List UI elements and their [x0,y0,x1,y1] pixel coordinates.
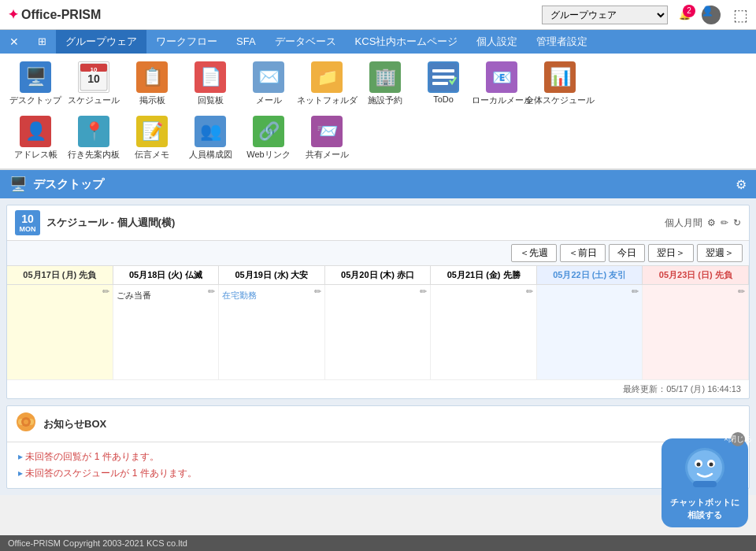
cal-edit-tue[interactable]: ✏ [208,287,215,297]
app-icon-mail[interactable]: ✉️ メール [241,58,296,109]
desktop-title: デスクトップ [33,177,104,192]
app-icon-schedule[interactable]: 10 10 スケジュール [66,58,121,109]
mail-icon: ✉️ [253,61,284,93]
schedule-settings-icon[interactable]: ⚙ [707,217,716,228]
info-item-0[interactable]: 未回答の回覧が 1 件あります。 [18,449,738,465]
calendar-grid: 05月17日 (月) 先負 05月18日 (火) 仏滅 05月19日 (水) 大… [7,266,749,379]
bulletin-label: 掲示板 [139,94,165,106]
shared-mail-icon: 📨 [311,116,343,147]
cal-edit-wed[interactable]: ✏ [314,287,321,297]
app-icon-facility[interactable]: 🏢 施設予約 [358,58,413,109]
cal-edit-thu[interactable]: ✏ [420,287,427,297]
search-select[interactable]: グループウェア [542,6,668,24]
weblink-icon: 🔗 [253,116,284,147]
app-icon-todo[interactable]: ToDo [416,58,471,107]
info-item-1[interactable]: 未回答のスケジュールが 1 件あります。 [18,465,738,482]
prev-day-btn[interactable]: ＜前日 [560,244,606,262]
svg-point-12 [24,420,28,424]
app-icon-all-schedule[interactable]: 📊 全体スケジュール [532,58,587,109]
next-week-btn[interactable]: 翌週＞ [697,244,743,262]
nav-item-personal[interactable]: 個人設定 [467,30,527,54]
monitor-icon: 🖥️ [9,176,27,193]
nav-item-groupware[interactable]: グループウェア [56,30,146,54]
info-items: 未回答の回覧が 1 件あります。 未回答のスケジュールが 1 件あります。 [7,442,749,488]
schedule-title: スケジュール - 個人週間(横) [46,216,175,230]
chatbot-text: チャットボットに相談する [668,497,742,521]
bell-badge: 2 [683,5,695,17]
cal-header-fri: 05月21日 (金) 先勝 [431,266,537,285]
svg-rect-7 [432,82,448,85]
info-box: お知らせBOX 未回答の回覧が 1 件あります。 未回答のスケジュールが 1 件… [6,405,750,489]
app-icon-weblink[interactable]: 🔗 Webリンク [241,113,296,164]
shared-mail-label: 共有メール [306,149,349,161]
navbar-grid[interactable]: ⊞ [28,30,56,54]
cal-edit-sat[interactable]: ✏ [632,287,639,297]
chatbot[interactable]: ×閉じる チャットボットに相談する [662,438,748,527]
calendar-header-row: 05月17日 (月) 先負 05月18日 (火) 仏滅 05月19日 (水) 大… [7,266,749,285]
cal-header-sat: 05月22日 (土) 友引 [537,266,643,285]
bulletin-icon: 📋 [136,61,168,93]
info-box-header: お知らせBOX [7,406,749,442]
app-icon-shared-mail[interactable]: 📨 共有メール [299,113,354,164]
facility-label: 施設予約 [368,94,402,106]
bell-button[interactable]: 🔔 2 [679,9,691,20]
next-day-btn[interactable]: 翌日＞ [648,244,694,262]
app-icon-bulletin[interactable]: 📋 掲示板 [124,58,180,109]
address-label: アドレス帳 [14,149,57,161]
nav-item-workflow[interactable]: ワークフロー [146,30,227,54]
navbar-close[interactable]: ✕ [0,30,28,54]
cal-header-tue: 05月18日 (火) 仏滅 [113,266,220,285]
all-schedule-label: 全体スケジュール [525,94,595,106]
app-icon-memo[interactable]: 📝 伝言メモ [124,113,180,164]
org-icon: 👥 [195,116,226,147]
cal-cell-sat: ✏ [537,285,643,379]
cal-edit-mon[interactable]: ✏ [102,287,109,297]
logo: ✦Office-PRISM [8,7,101,22]
nav-item-admin[interactable]: 管理者設定 [527,30,597,54]
nav-item-kcs[interactable]: KCS社内ホームページ [346,30,468,54]
desktop-icon: 🖥️ [20,61,51,93]
footer-text: Office-PRISM Copyright 2003-2021 KCS co.… [8,538,187,548]
logout-button[interactable]: ⬚ [733,6,748,24]
chatbot-close-button[interactable]: ×閉じる [731,432,745,446]
cal-event-telework[interactable]: 在宅勤務 [222,290,321,301]
schedule-widget: 10 MON スケジュール - 個人週間(横) 個人月間 ⚙ ✏ ↻ ＜先週 ＜… [6,205,750,399]
cal-edit-fri[interactable]: ✏ [526,287,533,297]
board-label: 行き先案内板 [68,149,120,161]
app-icon-local-mail[interactable]: 📧 ローカルメール [474,58,529,109]
app-icon-board[interactable]: 📍 行き先案内板 [66,113,121,164]
app-icons: 🖥️ デスクトップ 10 10 スケジュール 📋 掲示板 📄 回覧板 ✉️ [0,54,756,170]
nav-item-sfa[interactable]: SFA [227,30,265,54]
cal-header-mon: 05月17日 (月) 先負 [7,266,113,285]
todo-icon [428,61,459,93]
cal-cell-thu: ✏ [325,285,432,379]
nav-item-database[interactable]: データベース [265,30,346,54]
prev-week-btn[interactable]: ＜先週 [511,244,557,262]
user-icon[interactable]: 👤 [702,6,721,24]
weblink-label: Webリンク [246,149,290,161]
desktop-header: 🖥️ デスクトップ ⚙ [0,170,756,198]
address-icon: 👤 [20,116,51,147]
app-icon-circular[interactable]: 📄 回覧板 [183,58,238,109]
circular-icon: 📄 [195,61,226,93]
today-btn[interactable]: 今日 [609,244,645,262]
app-icon-org[interactable]: 👥 人員構成図 [183,113,238,164]
info-box-icon [15,411,37,437]
all-schedule-icon: 📊 [544,61,576,93]
navbar: ✕ ⊞ グループウェア ワークフロー SFA データベース KCS社内ホームペー… [0,30,756,54]
app-icon-desktop[interactable]: 🖥️ デスクトップ [8,58,63,109]
schedule-footer: 最終更新：05/17 (月) 16:44:13 [7,379,749,398]
app-icon-folder[interactable]: 📁 ネットフォルダ [299,58,354,109]
cal-edit-sun[interactable]: ✏ [738,287,745,297]
schedule-edit-icon[interactable]: ✏ [721,217,728,228]
org-label: 人員構成図 [189,149,232,161]
cal-cell-wed: ✏ 在宅勤務 [219,285,325,379]
app-icon-address[interactable]: 👤 アドレス帳 [8,113,63,164]
desktop-label: デスクトップ [9,94,61,106]
cal-cell-fri: ✏ [431,285,537,379]
schedule-refresh-icon[interactable]: ↻ [733,217,741,228]
desktop-gear-button[interactable]: ⚙ [736,177,747,192]
cal-cell-tue: ✏ ごみ当番 [113,285,220,379]
schedule-header: 10 MON スケジュール - 個人週間(横) 個人月間 ⚙ ✏ ↻ [7,205,749,241]
cal-event-gomi[interactable]: ごみ当番 [117,290,216,301]
